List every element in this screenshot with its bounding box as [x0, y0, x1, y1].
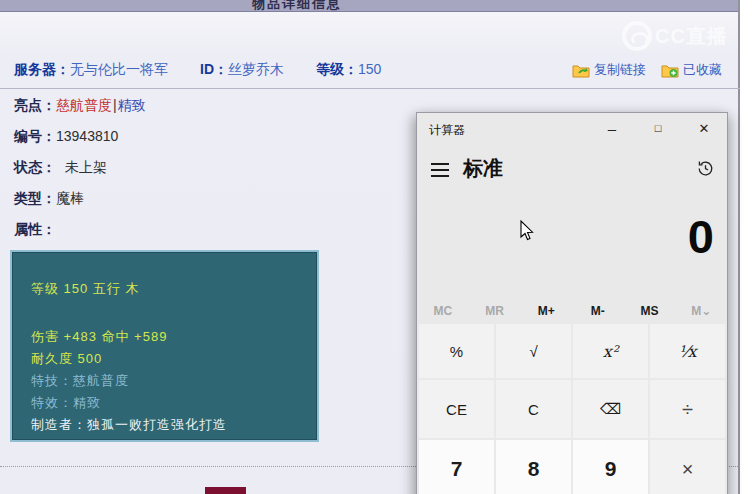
server-field: 服务器：无与伦比一将军 [14, 61, 168, 79]
divide-key[interactable]: ÷ [650, 380, 725, 438]
clear-entry-key[interactable]: CE [419, 380, 494, 438]
number-value: 13943810 [56, 128, 118, 144]
item-header-row: 服务器：无与伦比一将军 ID：丝萝乔木 等级：150 [14, 61, 381, 79]
backspace-key[interactable]: ⌫ [573, 380, 648, 438]
server-label: 服务器： [14, 61, 70, 77]
item-durability-line: 耐久度 500 [31, 348, 309, 370]
type-label: 类型： [14, 190, 56, 206]
mouse-cursor [520, 220, 535, 242]
item-damage-line: 伤害 +483 命中 +589 [31, 326, 309, 348]
item-effect-line: 特效：精致 [31, 392, 309, 414]
copy-link-button[interactable]: 复制链接 [572, 61, 646, 79]
highlight-label: 亮点： [14, 97, 56, 113]
page-title-bar: 物品详细信息 [0, 0, 738, 12]
square-root-key[interactable]: √ [496, 324, 571, 378]
favorited-button[interactable]: 已收藏 [661, 61, 722, 79]
number-label: 编号： [14, 128, 56, 144]
number-row: 编号：13943810 [14, 128, 118, 146]
calculator-title: 计算器 [429, 122, 465, 139]
attribute-row: 属性： [14, 221, 56, 239]
level-label: 等级： [316, 61, 358, 77]
memory-button-row: MC MR M+ M- MS M⌄ [417, 299, 727, 323]
calculator-keypad: % √ x² ⅟x CE C ⌫ ÷ 7 8 9 × [419, 324, 725, 494]
clipped-red-button[interactable] [205, 487, 246, 494]
server-value: 无与伦比一将军 [70, 61, 168, 77]
cc-live-watermark: CC直播 [622, 21, 728, 51]
square-key[interactable]: x² [573, 324, 648, 378]
header-divider [0, 88, 740, 89]
memory-clear-button[interactable]: MC [417, 304, 469, 318]
history-icon[interactable] [696, 159, 715, 182]
id-label: ID： [200, 61, 228, 77]
type-value: 魔棒 [56, 190, 84, 206]
item-level-line: 等级 150 五行 木 [31, 278, 309, 300]
highlight-special-skill[interactable]: 慈航普度 [56, 97, 112, 113]
clear-key[interactable]: C [496, 380, 571, 438]
attribute-label: 属性： [14, 221, 56, 237]
id-value: 丝萝乔木 [228, 61, 284, 77]
item-maker-line: 制造者：独孤一败打造强化打造 [31, 414, 309, 436]
type-row: 类型：魔棒 [14, 190, 84, 208]
copy-link-folder-icon [572, 63, 590, 78]
eight-key[interactable]: 8 [496, 440, 571, 494]
calculator-display: 0 [688, 211, 714, 263]
copy-link-label: 复制链接 [594, 61, 646, 79]
memory-store-button[interactable]: MS [624, 304, 676, 318]
memory-recall-button[interactable]: MR [469, 304, 521, 318]
nine-key[interactable]: 9 [573, 440, 648, 494]
menu-icon[interactable] [431, 163, 449, 181]
favorited-folder-icon [661, 63, 679, 78]
header-actions: 复制链接 已收藏 [572, 61, 722, 79]
item-attributes-box: 等级 150 五行 木 伤害 +483 命中 +589 耐久度 500 特技：慈… [10, 250, 319, 442]
window-controls: – □ ✕ [589, 113, 727, 143]
level-value: 150 [358, 61, 381, 77]
highlight-separator: | [113, 97, 117, 113]
multiply-key[interactable]: × [650, 440, 725, 494]
highlight-effect[interactable]: 精致 [118, 97, 146, 113]
status-value: 未上架 [65, 159, 107, 175]
highlight-row: 亮点：慈航普度|精致 [14, 97, 146, 115]
calculator-header: 标准 [417, 153, 727, 189]
calculator-titlebar[interactable]: 计算器 – □ ✕ [417, 113, 727, 143]
cc-logo-icon [622, 21, 652, 51]
reciprocal-key[interactable]: ⅟x [650, 324, 725, 378]
status-row: 状态：未上架 [14, 159, 107, 177]
seven-key[interactable]: 7 [419, 440, 494, 494]
memory-subtract-button[interactable]: M- [572, 304, 624, 318]
minimize-button[interactable]: – [589, 113, 635, 143]
calculator-mode-title: 标准 [463, 155, 503, 182]
close-button[interactable]: ✕ [681, 113, 727, 143]
favorited-label: 已收藏 [683, 61, 722, 79]
memory-flyout-button[interactable]: M⌄ [675, 304, 727, 318]
page-title: 物品详细信息 [252, 0, 342, 12]
percent-key[interactable]: % [419, 324, 494, 378]
level-field: 等级：150 [316, 61, 381, 79]
memory-add-button[interactable]: M+ [520, 304, 572, 318]
watermark-label: CC直播 [655, 23, 728, 50]
item-skill-line: 特技：慈航普度 [31, 370, 309, 392]
status-label: 状态： [14, 159, 56, 175]
id-field: ID：丝萝乔木 [200, 61, 284, 79]
maximize-button[interactable]: □ [635, 113, 681, 143]
calculator-window: 计算器 – □ ✕ 标准 0 MC MR M+ M- MS M⌄ % √ x² … [416, 112, 728, 494]
